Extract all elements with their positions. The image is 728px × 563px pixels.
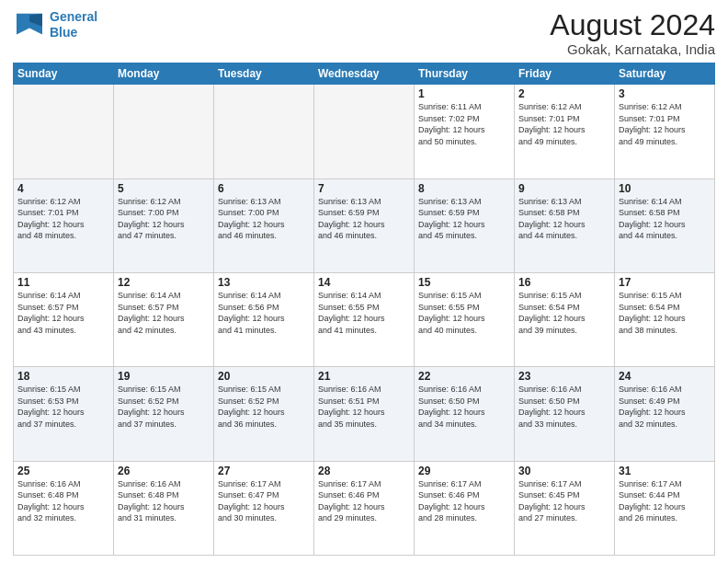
calendar-day-cell: 4Sunrise: 6:12 AM Sunset: 7:01 PM Daylig… bbox=[14, 178, 114, 272]
calendar-day-cell: 30Sunrise: 6:17 AM Sunset: 6:45 PM Dayli… bbox=[515, 461, 615, 555]
day-info: Sunrise: 6:15 AM Sunset: 6:54 PM Dayligh… bbox=[518, 290, 610, 336]
day-number: 24 bbox=[619, 370, 711, 383]
calendar-week-row: 11Sunrise: 6:14 AM Sunset: 6:57 PM Dayli… bbox=[14, 272, 715, 366]
logo: General Blue bbox=[13, 9, 97, 40]
main-title: August 2024 bbox=[550, 9, 715, 41]
day-number: 22 bbox=[418, 370, 510, 383]
calendar-day-cell: 18Sunrise: 6:15 AM Sunset: 6:53 PM Dayli… bbox=[14, 367, 114, 461]
calendar-day-cell bbox=[114, 85, 214, 178]
day-info: Sunrise: 6:15 AM Sunset: 6:54 PM Dayligh… bbox=[619, 290, 711, 336]
day-header-sunday: Sunday bbox=[14, 63, 114, 85]
day-number: 15 bbox=[418, 276, 510, 289]
day-number: 11 bbox=[17, 276, 109, 289]
day-info: Sunrise: 6:14 AM Sunset: 6:57 PM Dayligh… bbox=[118, 290, 210, 336]
logo-text: General Blue bbox=[50, 9, 97, 40]
calendar-day-cell: 24Sunrise: 6:16 AM Sunset: 6:49 PM Dayli… bbox=[615, 367, 715, 461]
day-info: Sunrise: 6:14 AM Sunset: 6:58 PM Dayligh… bbox=[619, 196, 711, 242]
header: General Blue August 2024 Gokak, Karnatak… bbox=[13, 9, 715, 57]
day-number: 4 bbox=[17, 182, 109, 195]
day-number: 18 bbox=[17, 370, 109, 383]
day-number: 10 bbox=[619, 182, 711, 195]
calendar-day-cell: 21Sunrise: 6:16 AM Sunset: 6:51 PM Dayli… bbox=[314, 367, 415, 461]
day-info: Sunrise: 6:17 AM Sunset: 6:44 PM Dayligh… bbox=[619, 478, 711, 524]
day-number: 9 bbox=[518, 182, 610, 195]
day-number: 14 bbox=[318, 276, 410, 289]
day-number: 6 bbox=[218, 182, 310, 195]
day-info: Sunrise: 6:11 AM Sunset: 7:02 PM Dayligh… bbox=[418, 101, 510, 147]
calendar-day-cell: 20Sunrise: 6:15 AM Sunset: 6:52 PM Dayli… bbox=[214, 367, 314, 461]
day-number: 30 bbox=[518, 465, 610, 477]
day-number: 1 bbox=[418, 87, 510, 100]
day-number: 12 bbox=[118, 276, 210, 289]
day-number: 13 bbox=[218, 276, 310, 289]
day-number: 26 bbox=[118, 465, 210, 477]
calendar-day-cell: 22Sunrise: 6:16 AM Sunset: 6:50 PM Dayli… bbox=[415, 367, 515, 461]
calendar-day-cell: 6Sunrise: 6:13 AM Sunset: 7:00 PM Daylig… bbox=[214, 178, 314, 272]
day-number: 29 bbox=[418, 465, 510, 477]
logo-blue: Blue bbox=[50, 25, 77, 40]
day-info: Sunrise: 6:17 AM Sunset: 6:45 PM Dayligh… bbox=[518, 478, 610, 524]
day-number: 5 bbox=[118, 182, 210, 195]
calendar-day-cell: 19Sunrise: 6:15 AM Sunset: 6:52 PM Dayli… bbox=[114, 367, 214, 461]
day-info: Sunrise: 6:16 AM Sunset: 6:50 PM Dayligh… bbox=[518, 384, 610, 430]
day-info: Sunrise: 6:12 AM Sunset: 7:00 PM Dayligh… bbox=[118, 196, 210, 242]
day-info: Sunrise: 6:14 AM Sunset: 6:55 PM Dayligh… bbox=[318, 290, 410, 336]
calendar-day-cell: 15Sunrise: 6:15 AM Sunset: 6:55 PM Dayli… bbox=[415, 272, 515, 366]
day-info: Sunrise: 6:12 AM Sunset: 7:01 PM Dayligh… bbox=[619, 101, 711, 147]
day-number: 31 bbox=[619, 465, 711, 477]
calendar-day-cell: 2Sunrise: 6:12 AM Sunset: 7:01 PM Daylig… bbox=[515, 85, 615, 178]
page: General Blue August 2024 Gokak, Karnatak… bbox=[0, 0, 728, 563]
calendar-day-cell: 17Sunrise: 6:15 AM Sunset: 6:54 PM Dayli… bbox=[615, 272, 715, 366]
day-info: Sunrise: 6:16 AM Sunset: 6:48 PM Dayligh… bbox=[118, 478, 210, 524]
logo-general: General bbox=[50, 9, 97, 24]
day-info: Sunrise: 6:16 AM Sunset: 6:49 PM Dayligh… bbox=[619, 384, 711, 430]
calendar-day-cell: 16Sunrise: 6:15 AM Sunset: 6:54 PM Dayli… bbox=[515, 272, 615, 366]
day-info: Sunrise: 6:13 AM Sunset: 6:59 PM Dayligh… bbox=[418, 196, 510, 242]
calendar-day-cell: 31Sunrise: 6:17 AM Sunset: 6:44 PM Dayli… bbox=[615, 461, 715, 555]
day-number: 27 bbox=[218, 465, 310, 477]
calendar-week-row: 4Sunrise: 6:12 AM Sunset: 7:01 PM Daylig… bbox=[14, 178, 715, 272]
calendar-day-cell: 7Sunrise: 6:13 AM Sunset: 6:59 PM Daylig… bbox=[314, 178, 415, 272]
day-number: 8 bbox=[418, 182, 510, 195]
day-info: Sunrise: 6:17 AM Sunset: 6:46 PM Dayligh… bbox=[318, 478, 410, 524]
calendar-day-cell: 9Sunrise: 6:13 AM Sunset: 6:58 PM Daylig… bbox=[515, 178, 615, 272]
calendar-day-cell: 8Sunrise: 6:13 AM Sunset: 6:59 PM Daylig… bbox=[415, 178, 515, 272]
calendar-day-cell: 14Sunrise: 6:14 AM Sunset: 6:55 PM Dayli… bbox=[314, 272, 415, 366]
day-info: Sunrise: 6:17 AM Sunset: 6:46 PM Dayligh… bbox=[418, 478, 510, 524]
calendar-day-cell: 5Sunrise: 6:12 AM Sunset: 7:00 PM Daylig… bbox=[114, 178, 214, 272]
day-header-saturday: Saturday bbox=[615, 63, 715, 85]
day-info: Sunrise: 6:12 AM Sunset: 7:01 PM Dayligh… bbox=[17, 196, 109, 242]
calendar-day-cell: 12Sunrise: 6:14 AM Sunset: 6:57 PM Dayli… bbox=[114, 272, 214, 366]
day-number: 3 bbox=[619, 87, 711, 100]
day-header-wednesday: Wednesday bbox=[314, 63, 415, 85]
day-info: Sunrise: 6:13 AM Sunset: 7:00 PM Dayligh… bbox=[218, 196, 310, 242]
day-info: Sunrise: 6:15 AM Sunset: 6:52 PM Dayligh… bbox=[118, 384, 210, 430]
day-header-monday: Monday bbox=[114, 63, 214, 85]
day-number: 7 bbox=[318, 182, 410, 195]
calendar-day-cell bbox=[14, 85, 114, 178]
day-info: Sunrise: 6:14 AM Sunset: 6:56 PM Dayligh… bbox=[218, 290, 310, 336]
day-number: 16 bbox=[518, 276, 610, 289]
day-number: 20 bbox=[218, 370, 310, 383]
day-info: Sunrise: 6:15 AM Sunset: 6:52 PM Dayligh… bbox=[218, 384, 310, 430]
calendar-day-cell: 11Sunrise: 6:14 AM Sunset: 6:57 PM Dayli… bbox=[14, 272, 114, 366]
title-block: August 2024 Gokak, Karnataka, India bbox=[550, 9, 715, 57]
day-info: Sunrise: 6:16 AM Sunset: 6:50 PM Dayligh… bbox=[418, 384, 510, 430]
day-info: Sunrise: 6:13 AM Sunset: 6:58 PM Dayligh… bbox=[518, 196, 610, 242]
day-number: 2 bbox=[518, 87, 610, 100]
day-number: 17 bbox=[619, 276, 711, 289]
day-info: Sunrise: 6:16 AM Sunset: 6:48 PM Dayligh… bbox=[17, 478, 109, 524]
day-number: 25 bbox=[17, 465, 109, 477]
calendar-day-cell: 27Sunrise: 6:17 AM Sunset: 6:47 PM Dayli… bbox=[214, 461, 314, 555]
calendar-day-cell: 13Sunrise: 6:14 AM Sunset: 6:56 PM Dayli… bbox=[214, 272, 314, 366]
day-header-thursday: Thursday bbox=[415, 63, 515, 85]
day-number: 19 bbox=[118, 370, 210, 383]
calendar-header-row: SundayMondayTuesdayWednesdayThursdayFrid… bbox=[14, 63, 715, 85]
day-info: Sunrise: 6:15 AM Sunset: 6:53 PM Dayligh… bbox=[17, 384, 109, 430]
day-info: Sunrise: 6:17 AM Sunset: 6:47 PM Dayligh… bbox=[218, 478, 310, 524]
calendar-week-row: 25Sunrise: 6:16 AM Sunset: 6:48 PM Dayli… bbox=[14, 461, 715, 555]
day-info: Sunrise: 6:12 AM Sunset: 7:01 PM Dayligh… bbox=[518, 101, 610, 147]
day-number: 23 bbox=[518, 370, 610, 383]
calendar-day-cell: 1Sunrise: 6:11 AM Sunset: 7:02 PM Daylig… bbox=[415, 85, 515, 178]
day-number: 21 bbox=[318, 370, 410, 383]
